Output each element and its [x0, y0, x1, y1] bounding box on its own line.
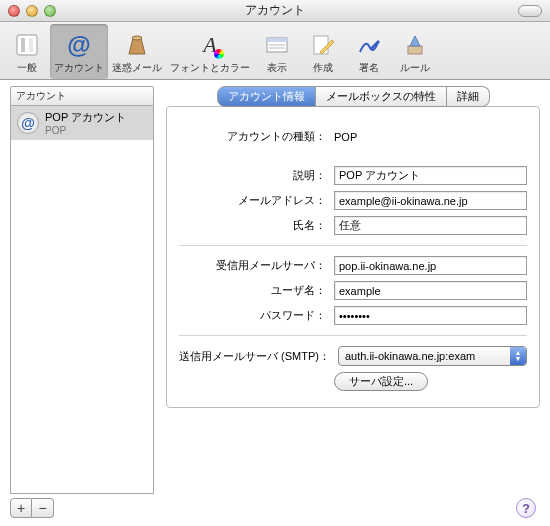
- account-name: POP アカウント: [45, 110, 126, 125]
- svg-rect-1: [21, 38, 25, 52]
- add-account-button[interactable]: +: [10, 498, 32, 518]
- switch-icon: [12, 30, 42, 60]
- tab-advanced[interactable]: 詳細: [447, 86, 490, 107]
- separator: [179, 245, 527, 246]
- at-icon: @: [64, 30, 94, 60]
- incoming-server-label: 受信用メールサーバ：: [179, 258, 334, 273]
- toolbar-signature[interactable]: 署名: [346, 24, 392, 79]
- prefs-toolbar: 一般 @ アカウント 迷惑メール A フォントとカラー 表示 作成 署名: [0, 22, 550, 80]
- username-input[interactable]: [334, 281, 527, 300]
- svg-rect-9: [408, 46, 422, 54]
- incoming-server-input[interactable]: [334, 256, 527, 275]
- svg-point-3: [132, 36, 142, 40]
- server-settings-button[interactable]: サーバ設定...: [334, 372, 428, 391]
- toolbar-viewing[interactable]: 表示: [254, 24, 300, 79]
- toolbar-junk[interactable]: 迷惑メール: [108, 24, 166, 79]
- toolbar-accounts[interactable]: @ アカウント: [50, 24, 108, 79]
- email-label: メールアドレス：: [179, 193, 334, 208]
- account-type-label: アカウントの種類：: [179, 129, 334, 144]
- toolbar-toggle-button[interactable]: [518, 5, 542, 17]
- titlebar: アカウント: [0, 0, 550, 22]
- username-label: ユーザ名：: [179, 283, 334, 298]
- fullname-label: 氏名：: [179, 218, 334, 233]
- email-input[interactable]: [334, 191, 527, 210]
- toolbar-general[interactable]: 一般: [4, 24, 50, 79]
- separator: [179, 335, 527, 336]
- viewing-icon: [262, 30, 292, 60]
- account-type-value: POP: [334, 131, 357, 143]
- remove-account-button[interactable]: −: [32, 498, 54, 518]
- password-label: パスワード：: [179, 308, 334, 323]
- accounts-list[interactable]: @ POP アカウント POP: [10, 106, 154, 494]
- toolbar-compose[interactable]: 作成: [300, 24, 346, 79]
- svg-rect-5: [267, 38, 287, 42]
- smtp-value: auth.ii-okinawa.ne.jp:exam: [345, 350, 475, 362]
- signature-icon: [354, 30, 384, 60]
- toolbar-label: フォントとカラー: [170, 61, 250, 75]
- password-input[interactable]: [334, 306, 527, 325]
- junk-icon: [122, 30, 152, 60]
- compose-icon: [308, 30, 338, 60]
- toolbar-label: 署名: [359, 61, 379, 75]
- toolbar-label: アカウント: [54, 61, 104, 75]
- tab-mailbox-behaviors[interactable]: メールボックスの特性: [316, 86, 447, 107]
- toolbar-label: 迷惑メール: [112, 61, 162, 75]
- svg-rect-2: [29, 38, 33, 52]
- toolbar-label: 表示: [267, 61, 287, 75]
- account-type: POP: [45, 125, 126, 136]
- toolbar-label: 一般: [17, 61, 37, 75]
- window-title: アカウント: [0, 2, 550, 19]
- tabs: アカウント情報 メールボックスの特性 詳細: [166, 86, 540, 107]
- toolbar-label: ルール: [400, 61, 430, 75]
- description-label: 説明：: [179, 168, 334, 183]
- smtp-popup[interactable]: auth.ii-okinawa.ne.jp:exam ▲▼: [338, 346, 527, 366]
- toolbar-fonts[interactable]: A フォントとカラー: [166, 24, 254, 79]
- svg-rect-0: [17, 35, 37, 55]
- accounts-list-header: アカウント: [10, 86, 154, 106]
- fullname-input[interactable]: [334, 216, 527, 235]
- tab-account-info[interactable]: アカウント情報: [217, 86, 316, 107]
- help-button[interactable]: ?: [516, 498, 536, 518]
- toolbar-rules[interactable]: ルール: [392, 24, 438, 79]
- account-row[interactable]: @ POP アカウント POP: [11, 106, 153, 140]
- fonts-icon: A: [195, 30, 225, 60]
- description-input[interactable]: [334, 166, 527, 185]
- popup-arrows-icon: ▲▼: [510, 347, 526, 365]
- toolbar-label: 作成: [313, 61, 333, 75]
- rules-icon: [400, 30, 430, 60]
- smtp-label: 送信用メールサーバ (SMTP)：: [179, 349, 338, 364]
- at-icon: @: [17, 112, 39, 134]
- account-info-panel: アカウントの種類： POP 説明： メールアドレス： 氏名： 受信用メールサーバ…: [166, 106, 540, 408]
